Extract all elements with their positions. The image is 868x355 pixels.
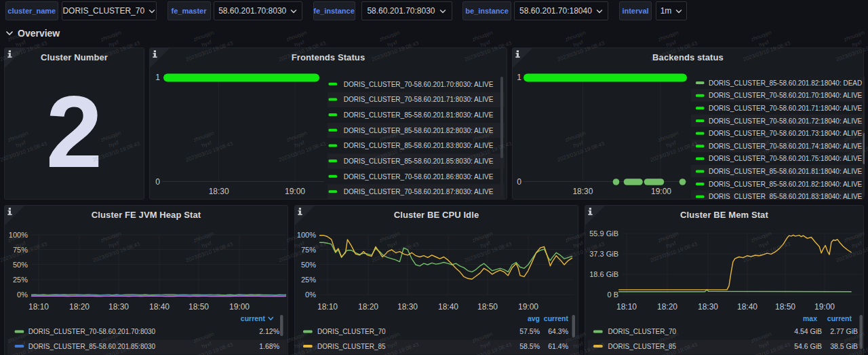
- svg-text:zhouqijin: zhouqijin: [564, 30, 587, 43]
- svg-text:55.9 GiB: 55.9 GiB: [589, 229, 618, 238]
- svg-text:DORIS_CLUSTER_85-58.60.201.82:: DORIS_CLUSTER_85-58.60.201.82:8030: ALIV…: [344, 127, 494, 134]
- svg-text:DORIS_CLUSTER_70-58.60.201.87:: DORIS_CLUSTER_70-58.60.201.87:8030: ALIV…: [344, 188, 494, 195]
- svg-text:DORIS_CLUSTER_85: DORIS_CLUSTER_85: [608, 343, 677, 350]
- svg-text:61.4%: 61.4%: [548, 342, 568, 350]
- svg-text:18:20: 18:20: [69, 302, 90, 312]
- svg-text:DORIS_CLUSTER_85-58.60.201.85:: DORIS_CLUSTER_85-58.60.201.85:8030: [28, 343, 156, 350]
- svg-text:zhouqijin: zhouqijin: [378, 30, 401, 43]
- svg-text:DORIS_CLUSTER_70-58.60.201.70:: DORIS_CLUSTER_70-58.60.201.70:8030: [28, 328, 156, 335]
- svg-text:DORIS_CLUSTER_70-58.60.201.72:: DORIS_CLUSTER_70-58.60.201.72:18040: ALI…: [709, 117, 863, 125]
- svg-text:0%: 0%: [305, 291, 316, 299]
- svg-text:current: current: [241, 314, 266, 322]
- svg-text:18:50: 18:50: [477, 302, 498, 312]
- svg-text:0 B: 0 B: [607, 291, 618, 299]
- svg-text:19:00: 19:00: [651, 187, 671, 196]
- svg-text:57.5%: 57.5%: [519, 327, 540, 335]
- svg-text:current: current: [827, 314, 852, 322]
- svg-text:75%: 75%: [13, 246, 28, 254]
- svg-text:50%: 50%: [301, 261, 316, 269]
- svg-text:DORIS_CLUSTER_85-58.60.201.82:: DORIS_CLUSTER_85-58.60.201.82:18040: DEA…: [709, 79, 862, 87]
- svg-text:1: 1: [517, 73, 521, 82]
- svg-text:DORIS_CLUSTER_70: DORIS_CLUSTER_70: [317, 328, 386, 335]
- svg-text:18:50: 18:50: [189, 302, 209, 312]
- svg-text:18:50: 18:50: [775, 302, 795, 312]
- svg-text:25%: 25%: [301, 276, 316, 284]
- svg-text:100%: 100%: [297, 231, 316, 239]
- svg-text:19:00: 19:00: [229, 302, 250, 312]
- svg-text:DORIS_CLUSTER_85-58.60.201.82:: DORIS_CLUSTER_85-58.60.201.82:18040: ALI…: [709, 181, 863, 188]
- svg-text:25%: 25%: [13, 276, 28, 284]
- svg-text:18.6 GiB: 18.6 GiB: [589, 270, 618, 278]
- svg-text:18:30: 18:30: [572, 187, 593, 196]
- svg-text:18:40: 18:40: [438, 302, 458, 312]
- svg-text:DORIS_CLUSTER_70-58.60.201.73:: DORIS_CLUSTER_70-58.60.201.73:18040: ALI…: [709, 130, 863, 137]
- svg-text:18:40: 18:40: [737, 302, 757, 312]
- svg-text:18:20: 18:20: [358, 302, 378, 312]
- svg-text:2.12%: 2.12%: [259, 327, 279, 335]
- svg-text:DORIS_CLUSTER_85-58.60.201.83:: DORIS_CLUSTER_85-58.60.201.83:8030: ALIV…: [344, 142, 494, 149]
- svg-text:DORIS_CLUSTER_85-58.60.201.83:: DORIS_CLUSTER_85-58.60.201.83:18040: ALI…: [709, 193, 863, 199]
- svg-text:100%: 100%: [9, 231, 28, 239]
- svg-text:19:00: 19:00: [814, 302, 835, 312]
- svg-text:zhouqijin: zhouqijin: [657, 30, 679, 43]
- svg-text:zhouqijin: zhouqijin: [193, 30, 215, 43]
- svg-text:18:30: 18:30: [209, 187, 229, 196]
- svg-text:DORIS_CLUSTER_85: DORIS_CLUSTER_85: [317, 343, 386, 350]
- svg-text:75%: 75%: [301, 246, 316, 254]
- svg-text:37.3 GiB: 37.3 GiB: [589, 250, 618, 258]
- svg-text:1: 1: [155, 73, 160, 82]
- svg-text:DORIS_CLUSTER_70-58.60.201.70:: DORIS_CLUSTER_70-58.60.201.70:8030: ALIV…: [344, 81, 494, 88]
- svg-text:0: 0: [517, 177, 521, 187]
- svg-text:current: current: [544, 314, 569, 322]
- svg-text:19:00: 19:00: [285, 187, 305, 196]
- svg-text:18:30: 18:30: [397, 302, 418, 312]
- svg-text:4.54 GiB: 4.54 GiB: [794, 327, 822, 335]
- svg-text:DORIS_CLUSTER_70: DORIS_CLUSTER_70: [608, 328, 677, 335]
- svg-text:DORIS_CLUSTER_85-58.60.201.81:: DORIS_CLUSTER_85-58.60.201.81:8030: ALIV…: [344, 111, 494, 119]
- svg-text:zhouqijin: zhouqijin: [843, 30, 865, 43]
- svg-text:64.3%: 64.3%: [548, 327, 568, 335]
- svg-text:DORIS_CLUSTER_85-58.60.201.85:: DORIS_CLUSTER_85-58.60.201.85:8030: ALIV…: [344, 157, 494, 165]
- svg-text:18:10: 18:10: [616, 302, 637, 312]
- svg-text:50%: 50%: [13, 261, 28, 269]
- svg-text:0%: 0%: [17, 291, 28, 299]
- svg-text:2.77 GiB: 2.77 GiB: [830, 327, 858, 335]
- svg-text:1.68%: 1.68%: [259, 342, 279, 350]
- svg-text:DORIS_CLUSTER_70-58.60.201.70:: DORIS_CLUSTER_70-58.60.201.70:18040: ALI…: [709, 92, 863, 99]
- svg-text:DORIS_CLUSTER_70-58.60.201.86:: DORIS_CLUSTER_70-58.60.201.86:8030: ALIV…: [344, 173, 494, 181]
- svg-text:58.5%: 58.5%: [519, 342, 540, 350]
- svg-text:54.6 GiB: 54.6 GiB: [794, 342, 822, 350]
- svg-text:zhouqijin: zhouqijin: [285, 30, 308, 43]
- svg-text:zhouqijin: zhouqijin: [471, 30, 494, 43]
- svg-text:DORIS_CLUSTER_85-58.60.201.81:: DORIS_CLUSTER_85-58.60.201.81:18040: ALI…: [709, 168, 863, 175]
- svg-text:18:20: 18:20: [657, 302, 677, 312]
- svg-text:18:40: 18:40: [149, 302, 170, 312]
- svg-text:DORIS_CLUSTER_70-58.60.201.71:: DORIS_CLUSTER_70-58.60.201.71:8030: ALIV…: [344, 96, 494, 103]
- svg-text:18:30: 18:30: [108, 302, 129, 312]
- svg-text:38.5 GiB: 38.5 GiB: [830, 342, 858, 350]
- svg-text:19:00: 19:00: [518, 302, 538, 312]
- svg-text:zhouqijin: zhouqijin: [750, 30, 772, 43]
- svg-text:18:30: 18:30: [698, 302, 718, 312]
- svg-text:max: max: [803, 314, 817, 322]
- svg-text:DORIS_CLUSTER_70-58.60.201.71:: DORIS_CLUSTER_70-58.60.201.71:18040: ALI…: [709, 105, 863, 112]
- svg-text:DORIS_CLUSTER_70-58.60.201.74:: DORIS_CLUSTER_70-58.60.201.74:18040: ALI…: [709, 143, 863, 150]
- svg-text:0: 0: [155, 177, 160, 187]
- svg-text:18:10: 18:10: [317, 302, 338, 312]
- svg-text:avg: avg: [528, 314, 540, 322]
- svg-text:18:10: 18:10: [28, 302, 49, 312]
- svg-text:DORIS_CLUSTER_70-58.60.201.75:: DORIS_CLUSTER_70-58.60.201.75:18040: ALI…: [709, 155, 863, 162]
